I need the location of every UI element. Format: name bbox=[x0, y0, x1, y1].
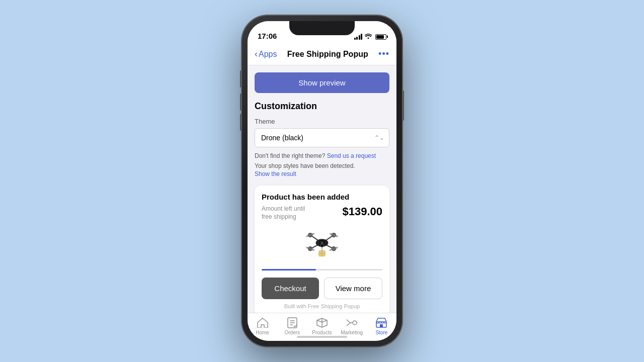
amount-row: Amount left until free shipping $139.00 bbox=[262, 205, 382, 221]
home-indicator bbox=[297, 336, 347, 338]
amount-label: Amount left until free shipping bbox=[262, 205, 312, 221]
back-label: Apps bbox=[259, 50, 277, 59]
action-buttons: Checkout View more bbox=[262, 278, 382, 299]
tab-orders[interactable]: Orders bbox=[280, 317, 304, 335]
progress-bar-fill bbox=[262, 269, 316, 270]
show-preview-button[interactable]: Show preview bbox=[255, 72, 389, 93]
helper-text: Don't find the right theme? Send us a re… bbox=[255, 152, 389, 159]
status-icons bbox=[354, 33, 387, 40]
drone-image bbox=[302, 227, 342, 262]
status-time: 17:06 bbox=[258, 32, 277, 40]
customization-title: Customization bbox=[255, 101, 389, 112]
svg-point-15 bbox=[321, 242, 323, 244]
product-added-title: Product has been added bbox=[262, 193, 382, 201]
svg-point-17 bbox=[321, 245, 323, 247]
tab-marketing[interactable]: Marketing bbox=[340, 317, 364, 335]
svg-rect-26 bbox=[380, 324, 383, 327]
product-image-area bbox=[262, 225, 382, 265]
customization-section: Customization Theme Drone (black) ⌃⌄ Don… bbox=[255, 101, 389, 177]
tab-products-label: Products bbox=[312, 330, 332, 335]
theme-select[interactable]: Drone (black) bbox=[255, 128, 389, 147]
tab-home-label: Home bbox=[256, 330, 269, 335]
products-icon bbox=[316, 317, 328, 329]
checkout-button[interactable]: Checkout bbox=[262, 278, 319, 299]
page-title: Free Shipping Popup bbox=[287, 50, 368, 59]
svg-point-23 bbox=[353, 321, 357, 325]
tab-store[interactable]: Store bbox=[369, 317, 393, 335]
back-button[interactable]: ‹ Apps bbox=[255, 49, 277, 59]
tab-home[interactable]: Home bbox=[251, 317, 275, 335]
tab-marketing-label: Marketing bbox=[341, 330, 363, 335]
built-with-text: Built with Free Shipping Popup bbox=[262, 303, 382, 309]
content-area: Show preview Customization Theme Drone (… bbox=[248, 65, 396, 313]
detected-text: Your shop styles have been detected. bbox=[255, 162, 389, 169]
progress-bar-container bbox=[262, 269, 382, 270]
back-chevron-icon: ‹ bbox=[255, 49, 258, 59]
marketing-icon bbox=[346, 317, 358, 329]
theme-label: Theme bbox=[255, 118, 389, 125]
more-options-button[interactable]: ••• bbox=[378, 49, 389, 59]
navigation-bar: ‹ Apps Free Shipping Popup ••• bbox=[248, 43, 396, 65]
home-icon bbox=[257, 317, 269, 329]
battery-icon bbox=[375, 34, 386, 40]
send-request-link[interactable]: Send us a request bbox=[327, 152, 376, 159]
orders-icon bbox=[286, 317, 298, 329]
view-more-button[interactable]: View more bbox=[324, 278, 382, 299]
tab-store-label: Store bbox=[375, 330, 387, 335]
signal-icon bbox=[354, 34, 363, 40]
theme-select-wrapper: Drone (black) ⌃⌄ bbox=[255, 128, 389, 147]
product-card: Product has been added Amount left until… bbox=[255, 186, 389, 313]
store-icon bbox=[375, 317, 387, 329]
show-result-link[interactable]: Show the result bbox=[255, 170, 389, 177]
tab-products[interactable]: Products bbox=[310, 317, 334, 335]
wifi-icon bbox=[365, 33, 372, 40]
amount-price: $139.00 bbox=[342, 205, 382, 218]
tab-orders-label: Orders bbox=[285, 330, 300, 335]
